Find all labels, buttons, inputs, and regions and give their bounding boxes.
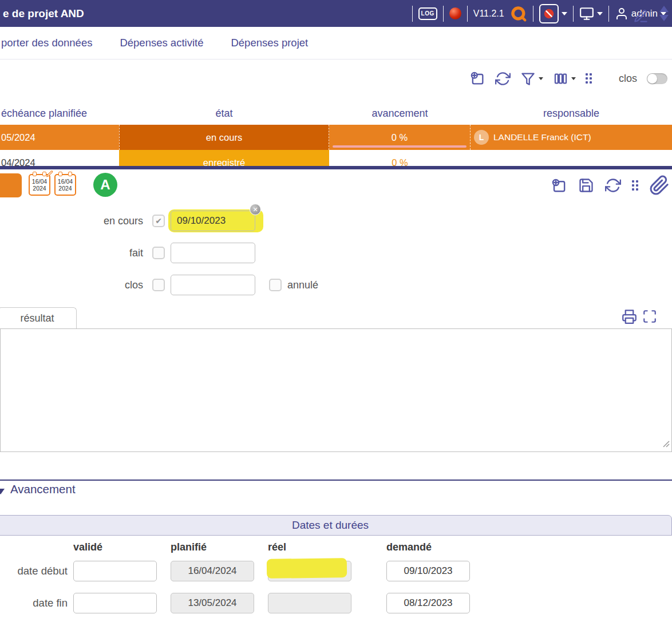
menu-item-depenses-activite[interactable]: Dépenses activité xyxy=(120,37,203,49)
cell-etat: en cours xyxy=(119,125,329,150)
column-header-etat[interactable]: état xyxy=(119,108,329,120)
en-cours-label: en cours xyxy=(0,211,143,231)
scroll-up-icon[interactable] xyxy=(659,6,669,12)
chevron-down-icon xyxy=(539,77,543,82)
filter-funnel-icon xyxy=(520,71,536,86)
detail-toolbar: 16/04 2024 16/04 2024 A xyxy=(0,169,672,201)
date-fin-label: date fin xyxy=(0,593,68,613)
real-date-line2: 2024 xyxy=(58,185,72,192)
edit-pencil-icon[interactable] xyxy=(633,9,649,24)
clos-date-field[interactable] xyxy=(171,275,255,295)
date-fin-reel-field xyxy=(268,593,351,613)
date-fin-valide-field[interactable] xyxy=(73,593,157,613)
session-menu[interactable] xyxy=(539,4,567,23)
avancement-value: 0 % xyxy=(392,132,408,142)
monitor-icon xyxy=(579,6,594,21)
table-row[interactable]: 04/2024 enregistré 0 % xyxy=(0,150,672,166)
list-toolbar: clos xyxy=(0,60,672,97)
version-label: V11.2.1 xyxy=(473,9,504,19)
fait-label: fait xyxy=(0,243,143,263)
table-header: échéance planifiée état avancement respo… xyxy=(0,97,672,125)
cell-echeance: 05/2024 xyxy=(0,125,119,150)
dates-durees-header: Dates et durées xyxy=(0,515,672,536)
separator xyxy=(608,6,609,22)
en-cours-date-field[interactable]: 09/10/2023 xyxy=(171,211,255,231)
annule-label: annulé xyxy=(287,275,356,295)
section-divider xyxy=(0,480,672,481)
columns-menu[interactable] xyxy=(553,71,576,86)
more-options-icon[interactable] xyxy=(632,180,638,191)
projeqtor-logo-icon[interactable] xyxy=(510,5,527,22)
item-type-icon xyxy=(0,173,22,197)
paperclip-icon[interactable] xyxy=(649,175,670,196)
print-icon[interactable] xyxy=(622,309,637,324)
display-menu[interactable] xyxy=(579,6,603,21)
save-icon[interactable] xyxy=(578,177,594,193)
toggle-knob xyxy=(647,74,657,84)
cell-responsable: L LANDELLE Franck (ICT) xyxy=(471,125,672,150)
cell-echeance: 04/2024 xyxy=(0,150,119,166)
planned-date-line2: 2024 xyxy=(33,185,46,192)
columns-icon xyxy=(553,71,568,86)
cell-etat: enregistré xyxy=(119,150,329,166)
date-fin-planifie-field: 13/05/2024 xyxy=(171,593,254,613)
date-fin-demande-field[interactable]: 08/12/2023 xyxy=(386,593,470,613)
calendar-ring-icon xyxy=(58,172,62,176)
planned-date-calendar-icon: 16/04 2024 xyxy=(29,174,50,196)
annule-checkbox[interactable] xyxy=(269,279,282,291)
separator xyxy=(412,6,413,22)
more-options-icon[interactable] xyxy=(586,73,592,84)
col-header-reel: réel xyxy=(268,541,286,553)
column-header-echeance[interactable]: échéance planifiée xyxy=(0,108,119,120)
resize-handle-icon[interactable] xyxy=(662,439,670,450)
date-debut-valide-field[interactable] xyxy=(73,561,157,581)
date-debut-planifie-field: 16/04/2024 xyxy=(171,561,254,581)
table-row-selected[interactable]: 05/2024 en cours 0 % L LANDELLE Franck (… xyxy=(0,125,672,150)
column-header-avancement[interactable]: avancement xyxy=(329,108,471,120)
calendar-ring-icon xyxy=(33,172,37,176)
clear-date-icon[interactable]: ✕ xyxy=(250,204,261,215)
menu-item-importer-donnees[interactable]: porter des données xyxy=(1,37,92,49)
highlight-annotation xyxy=(267,558,347,579)
alert-indicator-icon[interactable] xyxy=(449,7,461,19)
add-record-icon[interactable] xyxy=(469,70,485,86)
tab-resultat[interactable]: résultat xyxy=(0,307,77,328)
menu-scroll-arrows[interactable] xyxy=(659,6,669,21)
col-header-demande: demandé xyxy=(386,541,432,553)
user-icon xyxy=(615,7,628,21)
add-record-icon[interactable] xyxy=(551,177,567,194)
clos-label: clos xyxy=(0,275,143,295)
clos-checkbox[interactable] xyxy=(152,279,165,291)
section-avancement[interactable]: Avancement xyxy=(0,482,76,496)
calendar-ring-icon xyxy=(68,172,72,176)
cell-avancement: 0 % xyxy=(329,150,471,166)
real-date-line1: 16/04 xyxy=(58,178,73,185)
pencil-overlay-icon xyxy=(46,170,54,179)
scroll-down-icon[interactable] xyxy=(659,15,669,21)
no-entry-icon xyxy=(539,4,559,23)
column-header-responsable[interactable]: responsable xyxy=(471,108,672,120)
assignee-avatar: A xyxy=(93,173,117,197)
fait-checkbox[interactable] xyxy=(152,247,165,259)
section-title-text: Avancement xyxy=(10,482,76,496)
app-window: e de projet AND LOG V11.2.1 xyxy=(0,0,672,618)
resultat-textarea[interactable] xyxy=(0,328,672,452)
refresh-icon[interactable] xyxy=(495,71,511,86)
date-debut-demande-field[interactable]: 09/10/2023 xyxy=(386,561,470,581)
separator xyxy=(443,6,444,22)
en-cours-checkbox[interactable]: ✔ xyxy=(152,215,165,227)
detail-actions xyxy=(551,169,672,201)
log-icon[interactable]: LOG xyxy=(418,7,437,20)
top-bar: e de projet AND LOG V11.2.1 xyxy=(0,0,672,27)
clos-toggle[interactable] xyxy=(647,73,667,84)
filter-menu[interactable] xyxy=(520,71,543,86)
chevron-down-icon xyxy=(571,77,576,82)
menu-item-depenses-projet[interactable]: Dépenses projet xyxy=(231,37,308,49)
collapse-icon xyxy=(0,489,5,494)
expand-icon[interactable] xyxy=(642,309,657,324)
planned-date-line1: 16/04 xyxy=(32,178,47,185)
separator xyxy=(467,6,468,22)
fait-date-field[interactable] xyxy=(171,243,255,263)
refresh-icon[interactable] xyxy=(605,177,621,193)
clos-toggle-label: clos xyxy=(619,73,637,85)
